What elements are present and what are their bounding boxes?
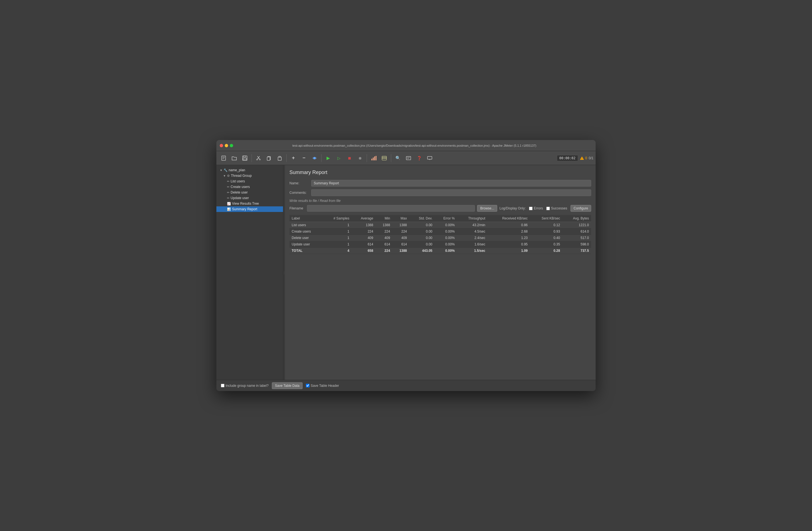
warning-indicator: ! 0 — [580, 156, 587, 160]
successes-label: Successes — [551, 206, 567, 210]
col-error-pct: Error % — [435, 215, 457, 222]
svg-rect-0 — [222, 156, 226, 160]
sidebar-item-summary-report[interactable]: 📊 Summary Report — [216, 206, 283, 212]
cell-0-3: 1388 — [375, 222, 392, 228]
cell-0-0: List users — [289, 222, 323, 228]
table-row: TOTAL46582241388443.050.00%1.5/sec1.090.… — [289, 248, 591, 254]
remove-button[interactable]: − — [299, 153, 309, 163]
start-button[interactable]: ▶ — [323, 153, 333, 163]
cell-4-6: 0.00% — [435, 248, 457, 254]
add-button[interactable]: + — [288, 153, 299, 163]
svg-rect-18 — [374, 156, 375, 160]
cell-1-7: 4.5/sec — [457, 228, 488, 235]
svg-rect-12 — [267, 157, 270, 160]
name-row: Name: — [289, 180, 591, 187]
cell-1-10: 614.0 — [562, 228, 591, 235]
configure-button[interactable]: Configure — [570, 205, 591, 212]
filename-row: Filename Browse... Log/Display Only: Err… — [289, 205, 591, 212]
minimize-button[interactable] — [225, 144, 228, 147]
log-view-button[interactable] — [404, 153, 414, 163]
start-no-pauses-button[interactable]: ▷ — [334, 153, 344, 163]
cell-2-7: 2.4/sec — [457, 235, 488, 241]
sidebar-item-update-user[interactable]: ✏ Update user — [216, 195, 283, 201]
comments-input[interactable] — [311, 189, 591, 196]
new-button[interactable] — [219, 153, 229, 163]
col-min: Min — [375, 215, 392, 222]
name-label: Name: — [289, 181, 309, 185]
cell-2-3: 409 — [375, 235, 392, 241]
remote-button[interactable] — [425, 153, 435, 163]
report-button[interactable] — [368, 153, 379, 163]
search-button[interactable]: 🔍 — [393, 153, 403, 163]
sidebar-item-thread-group[interactable]: ▼ ⚙ Thread Group — [216, 173, 283, 178]
name-plan-icon: 🔧 — [223, 169, 228, 172]
cell-2-5: 0.00 — [409, 235, 434, 241]
timer-display: 00:00:02 — [557, 155, 578, 161]
shutdown-button[interactable]: ⏺ — [355, 153, 365, 163]
cell-1-9: 0.93 — [530, 228, 562, 235]
thread-group-icon: ⚙ — [227, 174, 230, 178]
sidebar-item-list-users[interactable]: ✏ List users — [216, 178, 283, 184]
content-area: Summary Report Name: Comments: Write res… — [285, 165, 596, 380]
cell-1-5: 0.00 — [409, 228, 434, 235]
cell-0-9: 0.12 — [530, 222, 562, 228]
open-button[interactable] — [229, 153, 239, 163]
cell-2-8: 1.23 — [488, 235, 530, 241]
include-group-label: Include group name in label? — [226, 384, 269, 388]
sidebar-item-name-plan[interactable]: ▼ 🔧 name_plan — [216, 167, 283, 173]
cell-4-3: 224 — [375, 248, 392, 254]
list-users-icon: ✏ — [227, 180, 230, 183]
sidebar-item-view-results-tree-label: View Results Tree — [232, 202, 259, 205]
template-button[interactable] — [379, 153, 389, 163]
errors-checkbox[interactable] — [529, 207, 533, 210]
col-throughput: Throughput — [457, 215, 488, 222]
sidebar-item-view-results-tree[interactable]: 📈 View Results Tree — [216, 201, 283, 206]
paste-button[interactable] — [275, 153, 285, 163]
cut-button[interactable] — [253, 153, 263, 163]
cell-0-10: 1221.0 — [562, 222, 591, 228]
cell-4-10: 737.5 — [562, 248, 591, 254]
cell-3-7: 1.6/sec — [457, 241, 488, 248]
filename-label: Filename — [289, 206, 305, 210]
table-row: List users11388138813880.000.00%43.2/min… — [289, 222, 591, 228]
name-input[interactable] — [311, 180, 591, 187]
svg-rect-13 — [278, 157, 281, 160]
svg-rect-23 — [406, 156, 411, 160]
filename-input[interactable] — [307, 205, 475, 212]
cell-3-0: Update user — [289, 241, 323, 248]
cell-0-6: 0.00% — [435, 222, 457, 228]
write-results-label: Write results to file / Read from file — [289, 199, 591, 203]
cell-3-4: 614 — [392, 241, 409, 248]
include-group-checkbox[interactable] — [221, 384, 224, 387]
cell-2-4: 409 — [392, 235, 409, 241]
comments-row: Comments: — [289, 189, 591, 196]
col-std-dev: Std. Dev. — [409, 215, 434, 222]
sidebar-item-delete-user[interactable]: ✏ Delete user — [216, 190, 283, 195]
cell-1-3: 224 — [375, 228, 392, 235]
sidebar-item-create-users[interactable]: ✏ Create users — [216, 184, 283, 190]
copy-button[interactable] — [264, 153, 274, 163]
run-count: 0/1 — [589, 156, 593, 160]
summary-table: Label # Samples Average Min Max Std. Dev… — [289, 215, 591, 254]
cell-3-1: 1 — [323, 241, 352, 248]
save-header-checkbox[interactable] — [306, 384, 309, 387]
save-button[interactable] — [240, 153, 250, 163]
help-button[interactable]: ❓ — [414, 153, 424, 163]
save-table-data-button[interactable]: Save Table Data — [272, 382, 303, 389]
browse-button[interactable]: Browse... — [477, 205, 497, 212]
maximize-button[interactable] — [230, 144, 233, 147]
separator-4 — [367, 154, 367, 162]
close-button[interactable] — [220, 144, 223, 147]
stop-button[interactable]: ⏹ — [344, 153, 354, 163]
warning-count: 0 — [585, 156, 587, 160]
save-header-checkbox-group: Save Table Header — [306, 384, 339, 388]
successes-checkbox[interactable] — [546, 207, 550, 210]
cell-4-2: 658 — [352, 248, 376, 254]
toggle-button[interactable] — [309, 153, 320, 163]
sidebar: ▼ 🔧 name_plan ▼ ⚙ Thread Group ✏ List us… — [216, 165, 283, 380]
cell-4-5: 443.05 — [409, 248, 434, 254]
cell-3-9: 0.35 — [530, 241, 562, 248]
sidebar-item-list-users-label: List users — [231, 179, 245, 183]
view-results-icon: 📈 — [227, 202, 231, 205]
cell-1-4: 224 — [392, 228, 409, 235]
